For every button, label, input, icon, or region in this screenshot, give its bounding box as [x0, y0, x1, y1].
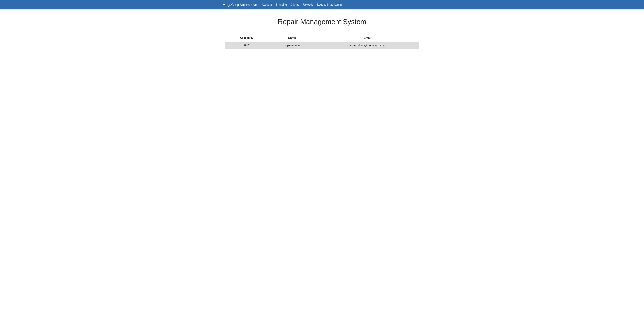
navbar: MegaCorp Automotive Account Branding Cli…	[0, 0, 644, 10]
table-header-email: Email	[316, 34, 419, 42]
nav-link-clients[interactable]: Clients	[289, 2, 301, 8]
users-table: Access ID Name Email 86575 super admin s…	[225, 34, 419, 49]
nav-link-logged-in[interactable]: Logged in as Admin	[315, 2, 344, 8]
page-title: Repair Management System	[0, 18, 644, 26]
nav-link-branding[interactable]: Branding	[274, 2, 289, 8]
table-cell-email: superadmin@megacorp.com	[316, 42, 419, 49]
nav-link-uploads[interactable]: Uploads	[301, 2, 315, 8]
navbar-inner: MegaCorp Automotive Account Branding Cli…	[222, 3, 422, 7]
navbar-brand[interactable]: MegaCorp Automotive	[222, 3, 257, 7]
table-cell-name: super admin	[268, 42, 316, 49]
navbar-nav: Account Branding Clients Uploads Logged …	[260, 3, 344, 6]
nav-link-account[interactable]: Account	[260, 2, 274, 8]
table-container: Access ID Name Email 86575 super admin s…	[222, 34, 422, 49]
table-header-name: Name	[268, 34, 316, 42]
table-cell-access-id: 86575	[225, 42, 268, 49]
table-row: 86575 super admin superadmin@megacorp.co…	[225, 42, 419, 49]
table-header-access-id: Access ID	[225, 34, 268, 42]
table-header-row: Access ID Name Email	[225, 34, 419, 42]
